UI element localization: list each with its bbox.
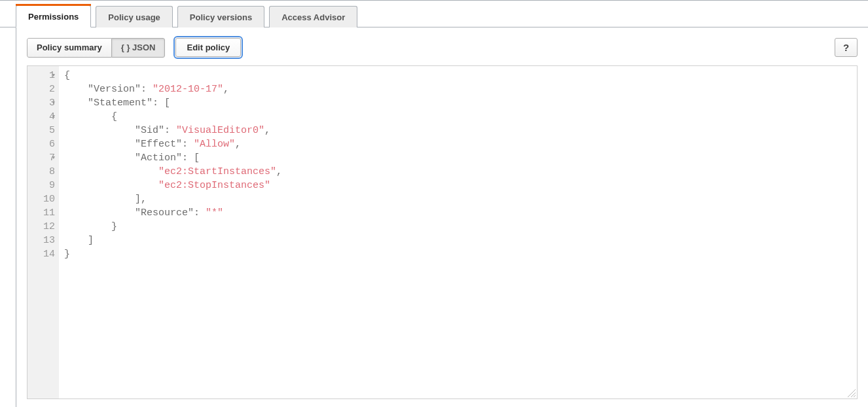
help-button[interactable]: ? <box>835 38 858 57</box>
fold-toggle-icon[interactable]: ▾ <box>51 110 56 124</box>
editor-gutter: 1▾23▾4▾567▾891011121314 <box>27 66 59 398</box>
tab-access-advisor[interactable]: Access Advisor <box>269 6 357 27</box>
tab-permissions[interactable]: Permissions <box>16 5 91 27</box>
policy-summary-button[interactable]: Policy summary <box>27 38 112 58</box>
json-editor[interactable]: 1▾23▾4▾567▾891011121314 { "Version": "20… <box>27 65 858 399</box>
fold-toggle-icon[interactable]: ▾ <box>51 96 56 110</box>
resize-handle[interactable] <box>848 389 856 397</box>
fold-toggle-icon[interactable]: ▾ <box>51 69 56 82</box>
fold-toggle-icon[interactable]: ▾ <box>51 151 56 165</box>
tab-policy-versions[interactable]: Policy versions <box>177 6 264 27</box>
view-toggle-group: Policy summary { } JSON <box>27 38 165 58</box>
edit-policy-button[interactable]: Edit policy <box>175 38 241 57</box>
tab-content: Policy summary { } JSON Edit policy ? 1▾… <box>16 27 868 407</box>
json-view-button[interactable]: { } JSON <box>112 38 166 58</box>
tab-policy-usage[interactable]: Policy usage <box>96 6 172 27</box>
view-toolbar: Policy summary { } JSON Edit policy <box>27 38 858 58</box>
policy-panel: Permissions Policy usage Policy versions… <box>0 0 868 407</box>
editor-code[interactable]: { "Version": "2012-10-17", "Statement": … <box>59 66 857 398</box>
tab-bar: Permissions Policy usage Policy versions… <box>0 1 868 27</box>
help-icon: ? <box>843 42 849 53</box>
